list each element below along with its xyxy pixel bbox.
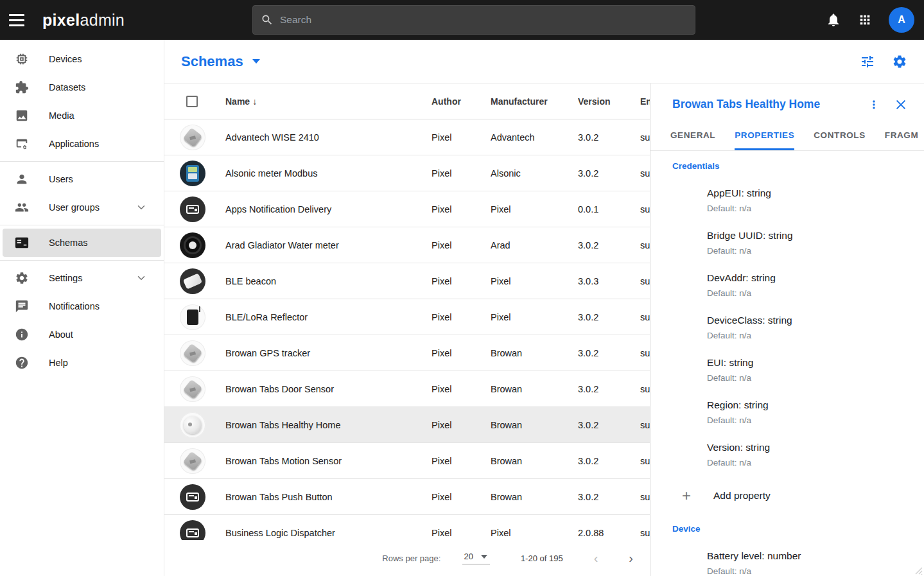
pagination-range: 1-20 of 195	[521, 554, 563, 563]
cell-author: Pixel	[431, 312, 491, 322]
main-content: Schemas Name ↓	[164, 40, 924, 576]
panel-tabs: GENERALPROPERTIESCONTROLSFRAGM	[650, 118, 924, 151]
sidebar-item-label: Notifications	[49, 301, 161, 311]
cell-name: Apps Notification Delivery	[225, 204, 431, 214]
menu-icon[interactable]	[0, 0, 33, 40]
device-image	[180, 196, 205, 222]
resize-handle[interactable]	[912, 564, 923, 575]
cell-manufacturer: Pixel	[491, 204, 578, 214]
cell-author: Pixel	[431, 204, 491, 214]
cell-version: 3.0.3	[578, 276, 640, 286]
device-image	[180, 412, 205, 438]
cell-name: Browan GPS tracker	[225, 348, 431, 358]
property-default: Default: n/a	[707, 566, 924, 576]
cell-name: Arad Gladiator Water meter	[225, 240, 431, 250]
cell-version: 3.0.2	[578, 168, 640, 179]
property-default: Default: n/a	[707, 288, 924, 298]
filter-tune-icon[interactable]	[860, 54, 875, 69]
column-header-name[interactable]: Name ↓	[225, 96, 431, 107]
tab-fragm[interactable]: FRAGM	[885, 123, 919, 150]
table-row[interactable]: Browan Tabs Motion SensorPixelBrowan3.0.…	[164, 443, 650, 479]
property-name: EUI: string	[707, 357, 924, 369]
search-input[interactable]	[280, 14, 687, 26]
search-bar[interactable]	[252, 5, 695, 35]
add-property-button[interactable]: +Add property	[679, 487, 924, 505]
property-item[interactable]: AppEUI: stringDefault: n/a	[707, 188, 924, 213]
device-image	[180, 484, 205, 510]
property-item[interactable]: Region: stringDefault: n/a	[707, 399, 924, 425]
datasets-icon	[14, 80, 30, 95]
sidebar-item-applications[interactable]: Applications	[3, 130, 161, 158]
schemas-icon	[14, 235, 30, 250]
sidebar-item-media[interactable]: Media	[3, 101, 161, 130]
content-header: Schemas	[164, 40, 924, 83]
apps-grid-icon[interactable]	[858, 13, 872, 27]
cell-name: Business Logic Dispatcher	[225, 528, 431, 538]
next-page-button[interactable]: ›	[626, 549, 636, 567]
cell-name: Browan Tabs Healthy Home	[225, 420, 431, 430]
detail-panel: Browan Tabs Healthy Home GENERALPROPERTI…	[650, 83, 924, 576]
table-row[interactable]: Browan Tabs Push ButtonPixelBrowan3.0.2s…	[164, 479, 650, 515]
table-row[interactable]: Advantech WISE 2410PixelAdvantech3.0.2su	[164, 119, 650, 155]
cell-manufacturer: Browan	[491, 384, 578, 394]
sidebar-item-devices[interactable]: Devices	[3, 45, 161, 73]
column-header-version[interactable]: Version	[578, 96, 640, 107]
chevron-down-icon	[252, 59, 260, 64]
property-item[interactable]: Version: stringDefault: n/a	[707, 442, 924, 467]
tab-controls[interactable]: CONTROLS	[814, 123, 866, 150]
pagination-bar: Rows per page: 20 1-20 of 195 ‹ ›	[164, 540, 650, 576]
property-default: Default: n/a	[707, 415, 924, 425]
divider	[0, 225, 164, 225]
cell-name: Advantech WISE 2410	[225, 132, 431, 143]
table-row[interactable]: BLE/LoRa ReflectorPixelPixel3.0.2su	[164, 299, 650, 335]
table-row[interactable]: Browan Tabs Door SensorPixelBrowan3.0.2s…	[164, 371, 650, 407]
column-header-author[interactable]: Author	[431, 96, 491, 107]
schemas-table: Name ↓ Author Manufacturer Version En Ad…	[164, 83, 650, 576]
table-row[interactable]: Browan GPS trackerPixelBrowan3.0.2su	[164, 335, 650, 371]
user-avatar[interactable]: A	[889, 7, 914, 33]
tab-properties[interactable]: PROPERTIES	[735, 123, 794, 150]
cell-version: 3.0.2	[578, 312, 640, 322]
settings-gear-icon[interactable]	[892, 54, 907, 69]
divider	[0, 161, 164, 162]
rows-per-page-select[interactable]: 20	[462, 552, 489, 564]
property-item[interactable]: Battery level: numberDefault: n/a	[707, 550, 924, 576]
topbar: pixeladmin A	[0, 0, 924, 40]
property-item[interactable]: EUI: stringDefault: n/a	[707, 357, 924, 383]
sidebar-item-about[interactable]: About	[3, 320, 161, 349]
table-row[interactable]: Browan Tabs Healthy HomePixelBrowan3.0.2…	[164, 407, 650, 443]
cell-manufacturer: Browan	[491, 420, 578, 430]
property-item[interactable]: DeviceClass: stringDefault: n/a	[707, 315, 924, 340]
table-row[interactable]: Business Logic DispatcherPixelPixel2.0.8…	[164, 515, 650, 540]
chevron-down-icon	[135, 202, 147, 213]
plus-icon: +	[679, 487, 694, 505]
sidebar-item-settings[interactable]: Settings	[3, 264, 161, 292]
column-header-manufacturer[interactable]: Manufacturer	[491, 96, 578, 107]
sidebar-item-users[interactable]: Users	[3, 165, 161, 193]
table-row[interactable]: Alsonic meter ModbusPixelAlsonic3.0.2su	[164, 155, 650, 191]
notifications-bell-icon[interactable]	[826, 12, 841, 28]
property-item[interactable]: DevAddr: stringDefault: n/a	[707, 272, 924, 298]
cell-version: 3.0.2	[578, 240, 640, 250]
sidebar-item-user-groups[interactable]: User groups	[3, 193, 161, 222]
sidebar-item-help[interactable]: Help	[3, 349, 161, 377]
close-icon[interactable]	[894, 98, 907, 111]
property-item[interactable]: Bridge UUID: stringDefault: n/a	[707, 230, 924, 256]
select-all-checkbox[interactable]	[186, 96, 198, 107]
table-row[interactable]: Arad Gladiator Water meterPixelArad3.0.2…	[164, 227, 650, 263]
sidebar-item-label: Datasets	[49, 82, 161, 92]
table-row[interactable]: Apps Notification DeliveryPixelPixel0.0.…	[164, 191, 650, 227]
column-header-enabled[interactable]: En	[640, 96, 650, 107]
sidebar-item-notifications[interactable]: Notifications	[3, 292, 161, 320]
table-row[interactable]: BLE beaconPixelPixel3.0.3su	[164, 263, 650, 299]
tab-general[interactable]: GENERAL	[670, 123, 715, 150]
panel-body: CredentialsAppEUI: stringDefault: n/aBri…	[650, 151, 924, 576]
user-groups-icon	[14, 200, 30, 215]
kebab-menu-icon[interactable]	[867, 98, 880, 111]
page-title-dropdown[interactable]: Schemas	[181, 53, 260, 70]
sidebar-item-datasets[interactable]: Datasets	[3, 73, 161, 101]
cell-enabled: su	[640, 420, 650, 430]
sidebar-item-schemas[interactable]: Schemas	[3, 229, 161, 257]
previous-page-button[interactable]: ‹	[591, 549, 601, 567]
cell-manufacturer: Pixel	[491, 312, 578, 322]
